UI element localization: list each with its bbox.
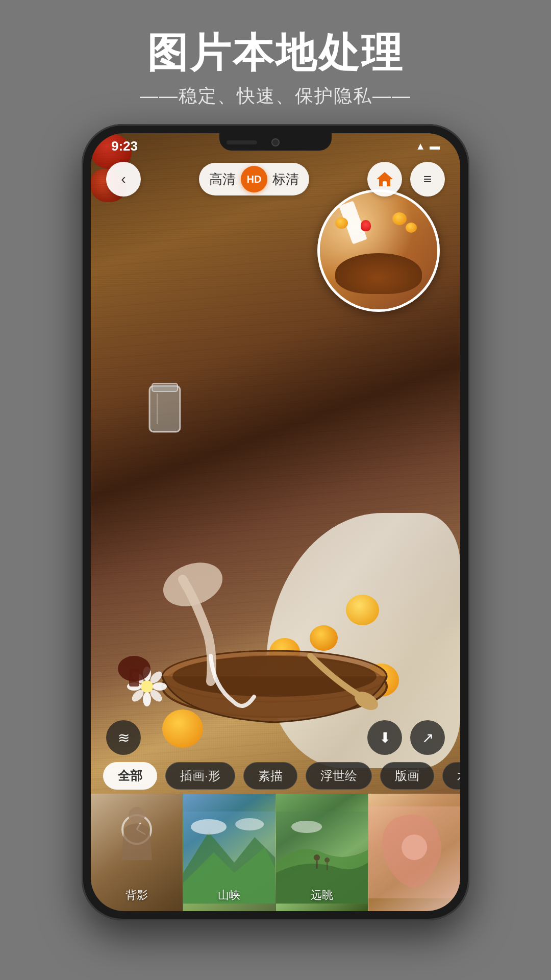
svg-point-29 bbox=[235, 818, 264, 830]
filter-tabs: 全部 插画·形 素描 浮世绘 版画 水... bbox=[91, 758, 460, 794]
phone-notch bbox=[219, 133, 332, 151]
glass-jar bbox=[142, 378, 188, 439]
main-title: 图片本地处理 bbox=[0, 31, 551, 76]
svg-point-2 bbox=[172, 656, 377, 697]
phone-frame: 9:23 ▲ ▬ bbox=[82, 124, 469, 920]
filter-tab-all[interactable]: 全部 bbox=[103, 762, 157, 790]
battery-icon: ▬ bbox=[430, 140, 440, 152]
home-button[interactable] bbox=[367, 162, 402, 197]
filter-tab-sketch-label: 素描 bbox=[258, 768, 283, 784]
status-time: 9:23 bbox=[111, 138, 138, 154]
phone-mockup: 9:23 ▲ ▬ bbox=[82, 124, 469, 920]
wifi-icon: ▲ bbox=[415, 140, 425, 152]
preview-bowl bbox=[335, 253, 422, 294]
svg-rect-21 bbox=[149, 386, 180, 432]
svg-point-31 bbox=[314, 854, 320, 861]
toolbar: ‹ 高清 HD 标清 bbox=[91, 159, 460, 200]
filter-edit-icon: ≋ bbox=[118, 729, 130, 746]
preview-strawberry bbox=[361, 220, 371, 231]
filter-tab-woodblock[interactable]: 版画 bbox=[380, 762, 434, 790]
filter-label-beying: 背影 bbox=[91, 888, 183, 903]
filter-tab-illustration[interactable]: 插画·形 bbox=[165, 762, 235, 790]
preview-fruit-3 bbox=[392, 212, 407, 225]
filter-tab-water[interactable]: 水... bbox=[442, 762, 460, 790]
phone-screen: 9:23 ▲ ▬ bbox=[91, 133, 460, 911]
quality-hd-label: HD bbox=[247, 174, 262, 185]
download-button[interactable]: ⬇ bbox=[367, 720, 402, 755]
filter-tab-water-label: 水... bbox=[457, 768, 460, 784]
action-right: ⬇ ↗ bbox=[367, 720, 445, 755]
filter-label-shanxia: 山峡 bbox=[183, 888, 275, 903]
quality-toggle[interactable]: 高清 HD 标清 bbox=[199, 163, 309, 195]
preview-fruit-1 bbox=[335, 217, 348, 229]
quality-high-label[interactable]: 高清 bbox=[209, 170, 236, 188]
menu-button[interactable]: ≡ bbox=[410, 162, 445, 197]
home-body bbox=[379, 178, 390, 186]
filter-edit-button[interactable]: ≋ bbox=[106, 720, 141, 755]
preview-fruit-2 bbox=[406, 223, 417, 233]
filter-preview-shanxia[interactable]: 山峡 bbox=[183, 794, 275, 911]
back-button[interactable]: ‹ bbox=[106, 162, 141, 197]
filter-previews: 背影 山峡 bbox=[91, 794, 460, 911]
quality-hd-badge[interactable]: HD bbox=[241, 166, 267, 192]
dark-object bbox=[116, 651, 152, 692]
share-icon: ↗ bbox=[422, 729, 434, 746]
svg-point-12 bbox=[143, 692, 151, 706]
preview-circle[interactable] bbox=[317, 189, 440, 312]
filter-tab-sketch[interactable]: 素描 bbox=[243, 762, 297, 790]
status-icons: ▲ ▬ bbox=[415, 140, 440, 152]
svg-point-24 bbox=[129, 807, 145, 823]
filter-tab-all-label: 全部 bbox=[118, 768, 142, 784]
preview-inner bbox=[320, 192, 437, 309]
bowl-illustration bbox=[132, 554, 438, 732]
filter-tab-illustration-label: 插画·形 bbox=[180, 768, 220, 784]
filter-preview-4[interactable] bbox=[368, 794, 460, 911]
filter-tab-ukiyo[interactable]: 浮世绘 bbox=[306, 762, 372, 790]
quality-standard-label[interactable]: 标清 bbox=[272, 170, 299, 188]
fourth-preview bbox=[368, 794, 460, 911]
share-button[interactable]: ↗ bbox=[410, 720, 445, 755]
svg-point-35 bbox=[291, 821, 322, 833]
svg-point-33 bbox=[324, 857, 330, 863]
svg-rect-20 bbox=[129, 669, 139, 687]
promo-header: 图片本地处理 ——稳定、快速、保护隐私—— bbox=[0, 0, 551, 124]
filter-label-yuantiao: 远眺 bbox=[276, 888, 368, 903]
figure-silhouette bbox=[116, 804, 157, 860]
bottom-actions: ≋ ⬇ ↗ bbox=[91, 717, 460, 758]
filter-preview-yuantiao[interactable]: 远眺 bbox=[276, 794, 368, 911]
svg-point-4 bbox=[157, 555, 229, 614]
speaker bbox=[227, 140, 257, 144]
filter-preview-beying[interactable]: 背影 bbox=[91, 794, 183, 911]
svg-point-28 bbox=[191, 819, 227, 835]
filter-tab-woodblock-label: 版画 bbox=[395, 768, 419, 784]
back-icon: ‹ bbox=[121, 171, 126, 187]
filter-tab-ukiyo-label: 浮世绘 bbox=[320, 768, 357, 784]
front-camera bbox=[271, 138, 280, 146]
toolbar-right: ≡ bbox=[367, 162, 445, 197]
svg-point-37 bbox=[402, 835, 427, 860]
svg-point-14 bbox=[153, 682, 167, 691]
menu-icon: ≡ bbox=[423, 171, 432, 187]
home-icon bbox=[377, 172, 393, 186]
download-icon: ⬇ bbox=[379, 729, 391, 746]
svg-rect-22 bbox=[152, 383, 178, 391]
home-door bbox=[383, 181, 387, 186]
sub-title: ——稳定、快速、保护隐私—— bbox=[0, 84, 551, 109]
